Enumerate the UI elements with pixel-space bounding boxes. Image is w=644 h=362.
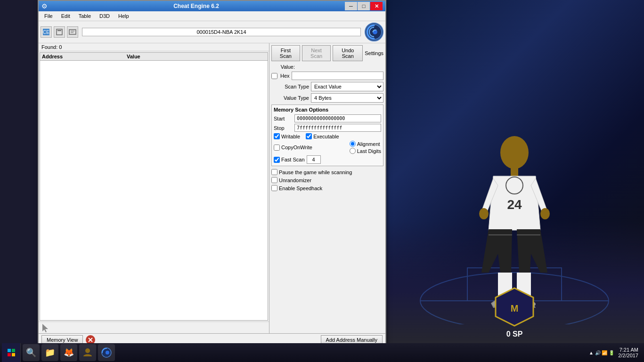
menu-table[interactable]: Table bbox=[75, 12, 95, 20]
title-bar-left: ⚙ bbox=[41, 2, 48, 10]
toolbar-btn-3[interactable] bbox=[67, 26, 78, 38]
unrand-check[interactable]: Unrandomizer bbox=[271, 177, 383, 183]
pause-row: Pause the game while scanning bbox=[271, 169, 383, 175]
fastscan-row: Fast Scan bbox=[274, 155, 381, 164]
next-scan-btn[interactable]: Next Scan bbox=[302, 45, 331, 61]
tray-icons: ▲ 🔊 📶 🔋 bbox=[589, 350, 614, 355]
minimize-btn[interactable]: ─ bbox=[345, 2, 357, 10]
memory-scan-title: Memory Scan Options bbox=[274, 107, 381, 113]
svg-rect-20 bbox=[57, 30, 61, 31]
value-input[interactable] bbox=[292, 72, 383, 80]
checkbox-row-1: Writable Executable bbox=[274, 133, 381, 139]
svg-point-8 bbox=[540, 208, 550, 219]
pause-checkbox[interactable] bbox=[271, 169, 277, 175]
stop-input[interactable] bbox=[294, 124, 381, 132]
title-bar: ⚙ Cheat Engine 6.2 ─ □ ✕ bbox=[39, 1, 385, 11]
speedhack-check[interactable]: Enable Speedhack bbox=[271, 185, 383, 191]
start-addr-row: Start bbox=[274, 114, 381, 122]
svg-point-7 bbox=[479, 208, 489, 219]
hex-checkbox[interactable] bbox=[271, 73, 277, 79]
header-value: Value bbox=[127, 54, 183, 59]
fastscan-check[interactable]: Fast Scan bbox=[274, 157, 305, 163]
svg-text:M: M bbox=[511, 303, 519, 314]
results-header: Address Value bbox=[40, 53, 268, 61]
taskbar-tray: ▲ 🔊 📶 🔋 7:21 AM 2/2/2017 bbox=[589, 347, 642, 358]
svg-point-25 bbox=[373, 30, 377, 34]
value-type-label: Value Type bbox=[271, 95, 309, 101]
unrand-section: Unrandomizer Enable Speedhack bbox=[271, 177, 383, 191]
taskbar-ce[interactable] bbox=[98, 344, 115, 361]
svg-rect-32 bbox=[8, 353, 11, 356]
value-row: Value: bbox=[271, 64, 383, 70]
game-background: 24 M 0 SP bbox=[385, 0, 644, 362]
found-label: Found: 0 bbox=[39, 43, 269, 51]
svg-rect-30 bbox=[8, 349, 11, 352]
fastscan-input[interactable] bbox=[307, 155, 321, 164]
close-btn[interactable]: ✕ bbox=[370, 2, 383, 10]
start-input[interactable] bbox=[294, 114, 381, 122]
toolbar: CE 000015D4-NBA 2K14 bbox=[39, 21, 385, 43]
taskbar: 🔍 📁 🦊 ▲ 🔊 📶 🔋 7:21 AM 2/2/2017 bbox=[0, 343, 644, 362]
results-table: Address Value bbox=[40, 52, 268, 321]
first-scan-btn[interactable]: First Scan bbox=[271, 45, 300, 61]
undo-scan-btn[interactable]: Undo Scan bbox=[333, 45, 363, 61]
svg-text:CE: CE bbox=[43, 30, 49, 35]
toolbar-btn-1[interactable]: CE bbox=[41, 26, 52, 38]
svg-rect-19 bbox=[57, 29, 62, 35]
ce-logo bbox=[365, 23, 383, 41]
menu-bar: File Edit Table D3D Help bbox=[39, 11, 385, 21]
value-label: Value: bbox=[271, 64, 295, 70]
scan-type-label: Scan Type bbox=[271, 84, 309, 89]
svg-marker-26 bbox=[42, 324, 48, 332]
toolbar-btn-2[interactable] bbox=[54, 26, 65, 38]
stop-label: Stop bbox=[274, 125, 293, 131]
process-display: 000015D4-NBA 2K14 bbox=[82, 28, 361, 36]
menu-help[interactable]: Help bbox=[114, 12, 133, 20]
main-content: Found: 0 Address Value First Scan bbox=[39, 43, 385, 333]
scan-type-select[interactable]: Exact Value bbox=[311, 82, 383, 91]
hex-value-row: Hex bbox=[271, 72, 383, 80]
header-address: Address bbox=[42, 54, 127, 59]
executable-check[interactable]: Executable bbox=[306, 133, 339, 139]
menu-file[interactable]: File bbox=[41, 12, 57, 20]
svg-rect-21 bbox=[69, 30, 76, 34]
alignment-radio[interactable]: Alignment bbox=[350, 141, 381, 147]
menu-d3d[interactable]: D3D bbox=[96, 12, 114, 20]
value-type-select[interactable]: 4 Bytes bbox=[311, 93, 383, 103]
value-type-row: Value Type 4 Bytes bbox=[271, 93, 383, 103]
taskbar-file-manager[interactable]: 📁 bbox=[41, 344, 58, 361]
checkbox-row-2: CopyOnWrite Alignment Last Digits bbox=[274, 141, 381, 154]
writable-check[interactable]: Writable bbox=[274, 133, 300, 139]
pointer-row bbox=[39, 322, 269, 333]
ce-window: ⚙ Cheat Engine 6.2 ─ □ ✕ File Edit Table… bbox=[38, 0, 386, 344]
taskbar-avatar[interactable] bbox=[79, 344, 96, 361]
pointer-icon bbox=[41, 323, 50, 332]
copyonwrite-check[interactable]: CopyOnWrite bbox=[274, 145, 312, 151]
settings-label[interactable]: Settings bbox=[365, 50, 383, 56]
memory-scan-section: Memory Scan Options Start Stop Writable bbox=[271, 105, 383, 166]
svg-point-3 bbox=[500, 136, 529, 169]
tray-time: 7:21 AM 2/2/2017 bbox=[618, 347, 638, 358]
results-area[interactable] bbox=[40, 61, 268, 178]
sp-display: 0 SP bbox=[506, 330, 523, 338]
svg-rect-33 bbox=[12, 353, 15, 356]
svg-rect-31 bbox=[12, 349, 15, 352]
window-title: Cheat Engine 6.2 bbox=[48, 3, 345, 9]
hex-label: Hex bbox=[280, 73, 290, 79]
pause-label: Pause the game while scanning bbox=[279, 169, 352, 175]
taskbar-browser[interactable]: 🦊 bbox=[60, 344, 77, 361]
svg-point-34 bbox=[85, 348, 90, 353]
right-panel: First Scan Next Scan Undo Scan Settings … bbox=[269, 43, 385, 333]
scan-type-row: Scan Type Exact Value bbox=[271, 82, 383, 91]
menu-edit[interactable]: Edit bbox=[57, 12, 74, 20]
scan-buttons: First Scan Next Scan Undo Scan Settings bbox=[271, 45, 383, 61]
start-button[interactable] bbox=[2, 343, 21, 362]
start-label: Start bbox=[274, 116, 293, 121]
taskbar-search[interactable]: 🔍 bbox=[23, 344, 40, 361]
svg-rect-4 bbox=[511, 167, 518, 176]
lastdigits-radio[interactable]: Last Digits bbox=[350, 148, 381, 154]
ce-icon: ⚙ bbox=[41, 2, 48, 10]
left-panel: Found: 0 Address Value bbox=[39, 43, 269, 333]
maximize-btn[interactable]: □ bbox=[358, 2, 370, 10]
svg-text:24: 24 bbox=[507, 197, 522, 212]
